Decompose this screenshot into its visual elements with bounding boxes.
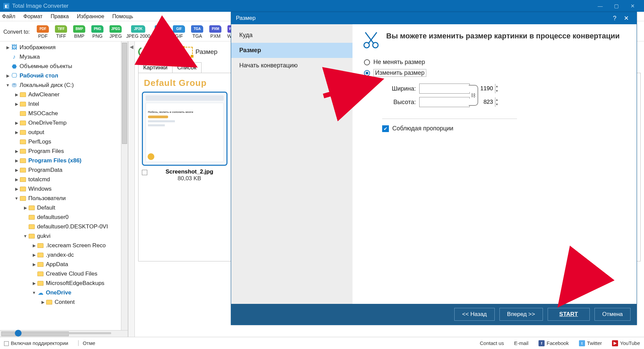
dialog-title-bar[interactable]: Размер ? ✕	[231, 12, 637, 24]
dialog-step-size[interactable]: Размер	[231, 43, 352, 58]
thumbnail-image[interactable]: Побесь, волить и солонить мозги	[142, 92, 227, 166]
height-up[interactable]: ▲	[495, 97, 498, 102]
height-down[interactable]: ▼	[495, 102, 498, 107]
tree-item[interactable]: ▶.yandex-dc	[1, 250, 128, 260]
youtube-link[interactable]: ▶YouTube	[612, 340, 640, 346]
svg-point-0	[364, 42, 369, 48]
close-button[interactable]: ✕	[624, 0, 641, 12]
aspect-lock-icon[interactable]	[469, 85, 478, 106]
tree-item[interactable]: ▶ProgramData	[1, 165, 128, 175]
folder-tree-panel: ▶🖼Изображения♪Музыка⬣Объемные объекты▶🖵Р…	[0, 41, 128, 337]
tree-item[interactable]: ▶OneDriveTemp	[1, 118, 128, 128]
format-tiff[interactable]: TIFFTIFF	[53, 25, 69, 39]
tree-item[interactable]: ▶Program Files (x86)	[1, 156, 128, 165]
tree-item[interactable]: ▶🖵Рабочий стол	[1, 71, 128, 81]
format-jpeg[interactable]: JPEGJPEG	[108, 25, 123, 39]
format-pdf[interactable]: PDFPDF	[35, 25, 51, 39]
zoom-slider[interactable]	[10, 332, 111, 334]
format-tga[interactable]: TGATGA	[189, 25, 205, 39]
menu-format[interactable]: Формат	[23, 13, 42, 20]
tree-item[interactable]: ▶🖼Изображения	[1, 43, 128, 52]
radio-keep-size-label: Не менять размер	[373, 59, 425, 66]
tree-item[interactable]: ▶output	[1, 128, 128, 137]
dialog-sidebar: Куда Размер Начать конвертацию	[231, 24, 352, 304]
tree-item[interactable]: ▶Windows	[1, 184, 128, 194]
format-ico[interactable]: ICOICO	[153, 25, 168, 39]
dialog-help-button[interactable]: ?	[609, 15, 620, 22]
height-input[interactable]	[420, 99, 495, 105]
zoom-knob[interactable]	[15, 330, 22, 337]
keep-ratio-checkbox[interactable]: ✔	[382, 125, 389, 132]
dialog-step-convert[interactable]: Начать конвертацию	[231, 58, 352, 73]
width-down[interactable]: ▼	[495, 89, 498, 93]
include-subdirs[interactable]: Включая поддиректории	[4, 340, 68, 346]
tree-item[interactable]: ▼☁OneDrive	[1, 288, 128, 297]
resize-icon	[183, 47, 193, 57]
resize-button[interactable]: Размер	[183, 47, 217, 57]
tree-item[interactable]: ♪Музыка	[1, 52, 128, 62]
tree-scrollbar[interactable]	[121, 41, 128, 330]
tree-item[interactable]: ▶AdwCleaner	[1, 90, 128, 99]
email-link[interactable]: E-mail	[514, 340, 528, 346]
radio-resize[interactable]: Изменить размер	[364, 69, 627, 77]
tree-item[interactable]: PerfLogs	[1, 137, 128, 147]
cancel-button[interactable]: Отмена	[594, 308, 631, 321]
tree-item[interactable]: ▶Intel	[1, 99, 128, 109]
tree-item[interactable]: ▼Пользователи	[1, 194, 128, 203]
tree-item[interactable]: ▶MicrosoftEdgeBackups	[1, 279, 128, 288]
tree-item[interactable]: ▶totalcmd	[1, 175, 128, 184]
dialog-step-where[interactable]: Куда	[231, 28, 352, 43]
rotate-button[interactable]: Поворот	[138, 47, 176, 57]
radio-keep-size-input[interactable]	[364, 59, 370, 65]
format-bmp[interactable]: BMPBMP	[71, 25, 87, 39]
mark-option[interactable]: Отме	[78, 340, 95, 346]
thumbnail-checkbox[interactable]	[142, 170, 147, 175]
tree-item[interactable]: defaultuser0.DESKTOP-0VI	[1, 222, 128, 231]
tree-item[interactable]: ▶AppData	[1, 260, 128, 269]
keep-ratio-row[interactable]: ✔ Соблюдая пропорции	[382, 125, 627, 132]
tree-item[interactable]: ▼⛃Локальный диск (C:)	[1, 81, 128, 90]
folder-tree[interactable]: ▶🖼Изображения♪Музыка⬣Объемные объекты▶🖵Р…	[0, 41, 128, 330]
format-jpeg2000[interactable]: JP2KJPEG 2000	[126, 25, 150, 39]
start-button[interactable]: START	[548, 308, 590, 321]
contact-us-link[interactable]: Contact us	[480, 340, 504, 346]
thumbnail-card[interactable]: Побесь, волить и солонить мозги Screensh…	[142, 92, 227, 182]
tree-item[interactable]: MSOCache	[1, 109, 128, 118]
back-button[interactable]: << Назад	[454, 308, 494, 321]
width-spinner[interactable]: ▲▼	[419, 84, 470, 94]
tree-item[interactable]: ⬣Объемные объекты	[1, 62, 128, 71]
twitter-link[interactable]: tTwitter	[579, 340, 602, 346]
minimize-button[interactable]: —	[592, 0, 608, 12]
radio-resize-input[interactable]	[364, 70, 370, 76]
tree-item[interactable]: ▶Program Files	[1, 147, 128, 156]
menu-edit[interactable]: Правка	[51, 13, 69, 20]
maximize-button[interactable]: ▢	[608, 0, 624, 12]
format-pxm[interactable]: PXMPXM	[208, 25, 223, 39]
width-label: Ширина:	[382, 85, 416, 92]
dialog-close-button[interactable]: ✕	[620, 14, 632, 22]
height-spinner[interactable]: ▲▼	[419, 97, 470, 107]
tree-item[interactable]: ▼gukvi	[1, 231, 128, 241]
resize-dialog: Размер ? ✕ Куда Размер Начать конвертаци…	[231, 12, 637, 325]
format-png[interactable]: PNGPNG	[90, 25, 105, 39]
width-input[interactable]	[420, 85, 495, 92]
column-splitter[interactable]: ◀	[128, 41, 135, 337]
radio-keep-size[interactable]: Не менять размер	[364, 59, 627, 66]
menu-favorites[interactable]: Избранное	[77, 13, 104, 20]
tree-item[interactable]: ▶.Icecream Screen Reco	[1, 241, 128, 250]
scissors-icon	[362, 31, 380, 49]
width-up[interactable]: ▲	[495, 84, 498, 89]
tree-item[interactable]: Creative Cloud Files	[1, 269, 128, 279]
tab-pictures[interactable]: Картинки	[138, 62, 173, 73]
menu-help[interactable]: Помощь	[112, 13, 133, 20]
divider	[382, 119, 517, 119]
tree-item[interactable]: defaultuser0	[1, 213, 128, 222]
thumbnail-filesize: 80,03 KB	[151, 175, 227, 182]
facebook-link[interactable]: fFacebook	[539, 340, 569, 346]
next-button[interactable]: Вперед >>	[499, 308, 543, 321]
menu-file[interactable]: Файл	[2, 13, 15, 20]
format-gif[interactable]: GIFGIF	[171, 25, 187, 39]
tree-item[interactable]: ▶Default	[1, 203, 128, 213]
tab-list[interactable]: Список	[172, 62, 202, 73]
tree-item[interactable]: ▶Content	[1, 297, 128, 307]
